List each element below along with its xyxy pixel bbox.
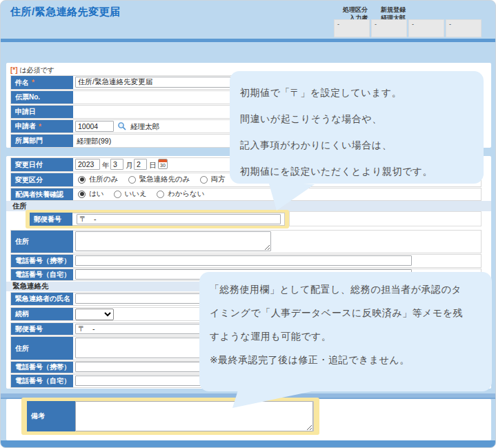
bubble-text-line: 記入事項がわかりにくい場合は、 (230, 132, 484, 158)
calendar-icon-day: 30 (159, 163, 167, 168)
zip-note-bubble: 初期値で「〒」を設定しています。 間違いが起こりそうな場合や、 記入事項がわかり… (230, 71, 484, 184)
radio-option[interactable]: わからない (157, 189, 205, 199)
change-kubun-options: 住所のみ 緊急連絡先のみ 両方 (78, 175, 235, 184)
page-title: 住所/緊急連絡先変更届 (10, 6, 121, 19)
emergency-phone-mobile-label: 電話番号（携帯） (11, 362, 73, 373)
radio-icon[interactable] (114, 191, 121, 198)
bubble-text-line: 初期値にを設定いただくとより親切です。 (230, 158, 484, 184)
emergency-name-label: 緊急連絡者の氏名 (11, 293, 73, 305)
bubble-text-line: 間違いが起こりそうな場合や、 (230, 106, 484, 132)
zip-row-rest (289, 211, 482, 226)
radio-selected-icon[interactable] (78, 191, 86, 198)
change-year-input[interactable] (75, 159, 100, 170)
status-cell: - (446, 19, 482, 37)
radio-selected-icon[interactable] (78, 176, 86, 184)
required-note: [*] は必須です (10, 66, 54, 75)
subject-label: 件名* (11, 76, 73, 89)
bubble-text-line: イミングで「人事データベースに反映済み」等メモを残 (199, 301, 492, 324)
calendar-icon-header (159, 159, 167, 162)
change-kubun-label: 変更区分 (11, 173, 73, 186)
header-divider (1, 39, 496, 42)
radio-option[interactable]: はい (78, 189, 104, 199)
remarks-label: 備考 (27, 401, 75, 431)
change-day-input[interactable] (134, 159, 147, 170)
relation-label: 続柄 (11, 308, 73, 320)
application-form-page: 住所/緊急連絡先変更届 処理区分 新規登録 入力者 経理太郎 - - - - [… (0, 0, 496, 448)
status-cell: - (408, 19, 444, 37)
applicant-name: 経理太郎 (130, 122, 159, 132)
bubble-text-line: 初期値で「〒」を設定しています。 (230, 79, 484, 106)
status-cell: - (334, 19, 370, 37)
applicant-label: 申請者* (11, 120, 73, 133)
radio-option[interactable]: いいえ (114, 189, 147, 199)
change-date-label: 変更日付 (11, 158, 73, 171)
search-icon[interactable] (117, 121, 127, 131)
apply-date-label: 申請日 (11, 106, 73, 118)
required-mark: [*] (10, 66, 18, 74)
phone-mobile-input[interactable] (75, 255, 412, 266)
radio-option[interactable]: 住所のみ (78, 175, 119, 184)
radio-icon[interactable] (200, 176, 208, 184)
zip-label: 郵便番号 (30, 213, 72, 226)
radio-option[interactable]: 両方 (200, 175, 226, 184)
emergency-address-label: 住所 (11, 337, 73, 360)
applicant-code-input[interactable] (75, 121, 114, 132)
day-suffix: 日 (149, 161, 157, 171)
radio-icon[interactable] (157, 191, 164, 198)
remarks-note-bubble: 「総務使用欄」として配置し、総務の担当者が承認のタ イミングで「人事データベース… (199, 272, 492, 391)
bubble-text-line: すような運用も可能です。 (199, 324, 492, 348)
month-suffix: 月 (126, 161, 133, 171)
bubble-text-line: 「総務使用欄」として配置し、総務の担当者が承認のタ (199, 277, 492, 301)
bubble-text-line: ※最終承認完了後は修正・追記できません。 (199, 348, 492, 371)
status-cells: - - - - (334, 19, 482, 37)
zip-input[interactable] (77, 214, 281, 224)
change-month-input[interactable] (110, 159, 123, 170)
footer-bar (1, 440, 496, 448)
address-textarea[interactable] (75, 231, 271, 251)
relation-select[interactable] (75, 309, 114, 320)
radio-icon[interactable] (128, 176, 136, 184)
slip-no-label: 伝票No. (11, 91, 73, 104)
department-value: 経理部(99) (77, 137, 111, 146)
radio-option[interactable]: 緊急連絡先のみ (128, 175, 190, 184)
phone-home-label: 電話番号（自宅） (11, 269, 73, 280)
address-label: 住所 (11, 231, 73, 253)
calendar-icon[interactable]: 30 (158, 159, 168, 169)
phone-mobile-label: 電話番号（携帯） (11, 255, 73, 267)
spouse-check-label: 配偶者扶養確認 (11, 188, 73, 200)
spouse-check-options: はい いいえ わからない (78, 189, 214, 199)
emergency-phone-home-label: 電話番号（自宅） (11, 375, 73, 387)
department-label: 所属部門 (11, 135, 73, 147)
status-cell: - (371, 19, 407, 37)
emergency-zip-label: 郵便番号 (11, 323, 73, 335)
year-suffix: 年 (102, 161, 110, 171)
